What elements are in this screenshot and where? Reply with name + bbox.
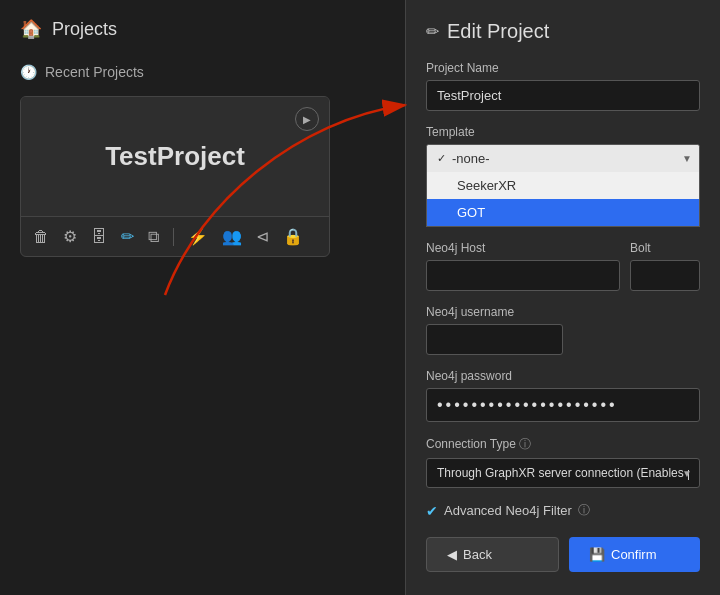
username-label: Neo4j username xyxy=(426,305,700,319)
template-option-none-label: -none- xyxy=(452,151,490,166)
neo4j-host-row: Neo4j Host Bolt xyxy=(426,241,700,305)
home-icon: 🏠 xyxy=(20,18,42,40)
project-card-title: TestProject xyxy=(105,141,245,172)
left-panel: 🏠 Projects 🕐 Recent Projects TestProject… xyxy=(0,0,410,595)
recent-projects-header: 🕐 Recent Projects xyxy=(20,64,390,80)
edit-panel-icon: ✏ xyxy=(426,22,439,41)
clock-icon: 🕐 xyxy=(20,64,37,80)
advanced-filter-help-icon[interactable]: ⓘ xyxy=(578,502,590,519)
share-icon[interactable]: ⊲ xyxy=(256,227,269,246)
delete-icon[interactable]: 🗑 xyxy=(33,228,49,246)
password-group: Neo4j password xyxy=(426,369,700,422)
connection-type-help-icon[interactable]: ⓘ xyxy=(519,437,531,451)
lock-icon[interactable]: 🔒 xyxy=(283,227,303,246)
template-option-seekerxr-label: SeekerXR xyxy=(457,178,516,193)
action-divider xyxy=(173,228,174,246)
project-name-input[interactable] xyxy=(426,80,700,111)
template-option-got-label: GOT xyxy=(457,205,485,220)
template-option-got[interactable]: GOT xyxy=(427,199,699,226)
connection-type-select[interactable]: Through GraphXR server connection (Enabl… xyxy=(426,458,700,488)
advanced-filter-row: ✔ Advanced Neo4j Filter ⓘ xyxy=(426,502,700,519)
bolt-group: Bolt xyxy=(630,241,700,291)
template-label: Template xyxy=(426,125,700,139)
project-card-actions: 🗑 ⚙ 🗄 ✏ ⧉ ⚡ 👥 ⊲ 🔒 Edit xyxy=(21,217,329,256)
project-card: TestProject ▶ 🗑 ⚙ 🗄 ✏ ⧉ ⚡ 👥 ⊲ 🔒 Edit xyxy=(20,96,330,257)
back-button[interactable]: ◀ Back xyxy=(426,537,559,572)
settings-icon[interactable]: ⚙ xyxy=(63,227,77,246)
advanced-filter-check-icon: ✔ xyxy=(426,503,438,519)
back-label: Back xyxy=(463,547,492,562)
neo4j-host-label: Neo4j Host xyxy=(426,241,620,255)
bolt-label: Bolt xyxy=(630,241,700,255)
connection-type-wrapper: Through GraphXR server connection (Enabl… xyxy=(426,458,700,488)
checkmark-icon: ✓ xyxy=(437,152,446,165)
project-name-label: Project Name xyxy=(426,61,700,75)
confirm-icon: 💾 xyxy=(589,547,605,562)
template-option-seekerxr[interactable]: SeekerXR xyxy=(427,172,699,199)
connection-type-group: Connection Type ⓘ Through GraphXR server… xyxy=(426,436,700,488)
password-label: Neo4j password xyxy=(426,369,700,383)
page-title: Projects xyxy=(52,19,117,40)
sliders-icon[interactable]: ⚡ xyxy=(188,227,208,246)
page-header: 🏠 Projects xyxy=(20,18,390,40)
users-icon[interactable]: 👥 xyxy=(222,227,242,246)
bolt-input[interactable] xyxy=(630,260,700,291)
database-icon[interactable]: 🗄 xyxy=(91,228,107,246)
copy-icon[interactable]: ⧉ xyxy=(148,228,159,246)
template-option-none[interactable]: ✓ -none- xyxy=(427,145,699,172)
edit-panel-title: Edit Project xyxy=(447,20,549,43)
edit-header: ✏ Edit Project xyxy=(426,20,700,43)
edit-icon[interactable]: ✏ xyxy=(121,227,134,246)
confirm-button[interactable]: 💾 Confirm xyxy=(569,537,700,572)
play-button[interactable]: ▶ xyxy=(295,107,319,131)
neo4j-host-input[interactable] xyxy=(426,260,620,291)
recent-projects-label: Recent Projects xyxy=(45,64,144,80)
connection-type-label: Connection Type ⓘ xyxy=(426,436,700,453)
dropdown-scroll-icon: ▼ xyxy=(682,153,692,164)
template-dropdown[interactable]: ✓ -none- SeekerXR GOT xyxy=(426,144,700,227)
project-card-body: TestProject ▶ xyxy=(21,97,329,217)
back-icon: ◀ xyxy=(447,547,457,562)
form-actions: ◀ Back 💾 Confirm xyxy=(426,537,700,572)
password-input[interactable] xyxy=(426,388,700,422)
advanced-filter-label: Advanced Neo4j Filter xyxy=(444,503,572,518)
right-panel: ✏ Edit Project Project Name Template ✓ -… xyxy=(405,0,720,595)
confirm-label: Confirm xyxy=(611,547,657,562)
neo4j-host-group: Neo4j Host xyxy=(426,241,620,291)
project-name-group: Project Name xyxy=(426,61,700,111)
username-input[interactable] xyxy=(426,324,563,355)
username-group: Neo4j username xyxy=(426,305,700,355)
template-group: Template ✓ -none- SeekerXR GOT ▼ xyxy=(426,125,700,227)
